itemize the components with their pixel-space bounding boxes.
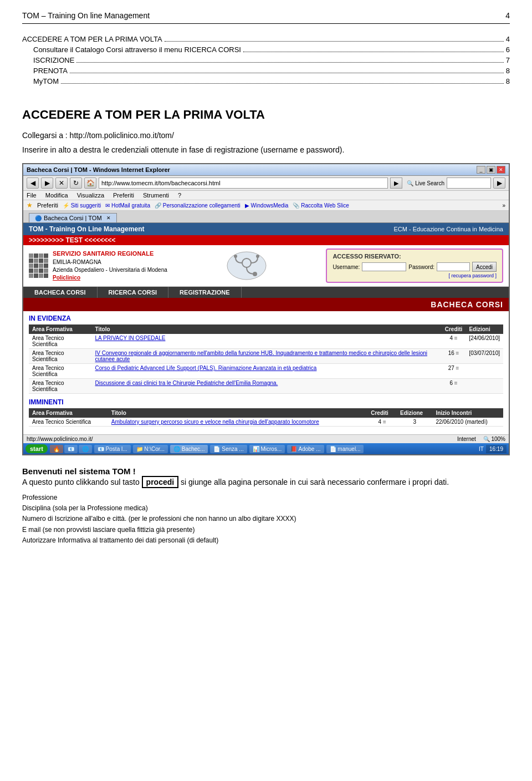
cell-crediti: 4 ≡	[442, 334, 466, 349]
section-heading: ACCEDERE A TOM PER LA PRIMA VOLTA	[22, 108, 510, 122]
table-header-row: Area Formativa Titolo Crediti Edizioni	[29, 324, 503, 334]
taskbar-right-area: IT 16:19	[479, 445, 507, 453]
col-titolo-imm: Titolo	[108, 408, 367, 418]
recover-password-link[interactable]: [ recupera password ]	[332, 273, 497, 278]
page-number: 4	[505, 11, 510, 20]
username-input[interactable]	[362, 262, 406, 271]
forward-button[interactable]: ▶	[41, 178, 53, 189]
close-button[interactable]: ✕	[497, 166, 505, 174]
cell-titolo: LA PRIVACY IN OSPEDALE	[92, 334, 442, 349]
nav-ricerca-corsi[interactable]: RICERCA CORSI	[98, 287, 169, 298]
taskbar-ncor[interactable]: 📁 N:\Cor...	[133, 445, 168, 453]
home-button[interactable]: 🏠	[84, 178, 96, 189]
corso-link[interactable]: LA PRIVACY IN OSPEDALE	[95, 335, 166, 341]
stop-button[interactable]: ✕	[55, 178, 68, 189]
menu-file[interactable]: File	[27, 192, 37, 199]
menu-preferiti[interactable]: Preferiti	[113, 192, 134, 199]
windows-taskbar: start 🔥 📧 🌐 📧 Posta l... 📁 N:\Cor... 🌐 B…	[23, 443, 509, 454]
table-row: Area Tecnico Scientifica Discussione di …	[29, 379, 503, 394]
refresh-button[interactable]: ↻	[70, 178, 82, 189]
col-titolo: Titolo	[92, 324, 442, 334]
cell-inizio-imm: 22/06/2010 (martedì)	[432, 418, 503, 427]
taskbar-bachec[interactable]: 🌐 Bachec...	[170, 445, 208, 453]
procedi-text2: si giunge alla pagina personale in cui s…	[181, 478, 449, 486]
taskbar-adobe[interactable]: 📕 Adobe ...	[287, 445, 324, 453]
corso-imm-link[interactable]: Ambulatory surgery percorso sicuro e vel…	[111, 419, 319, 425]
benvenuti-paragraph: Benvenuti nel sistema TOM ! A questo pun…	[22, 466, 510, 488]
corso-link[interactable]: Corso di Pediatric Advanced Life Support…	[95, 365, 317, 371]
hotmail-link[interactable]: ✉ HotMail gratuita	[105, 202, 150, 209]
chevron-right-icon[interactable]: »	[502, 202, 505, 209]
personalizzazione-link[interactable]: 🔗 Personalizzazione collegamenti	[155, 202, 241, 209]
in-evidenza-table: Area Formativa Titolo Crediti Edizioni A…	[29, 324, 503, 394]
restore-button[interactable]: ▣	[487, 166, 495, 174]
minimize-button[interactable]: _	[477, 166, 485, 174]
corso-link[interactable]: Discussione di casi clinici tra le Chiru…	[95, 380, 278, 386]
taskbar-posta[interactable]: 📧 Posta l...	[94, 445, 131, 453]
browser-screenshot: Bacheca Corsi | TOM - Windows Internet E…	[22, 163, 510, 455]
svg-point-2	[253, 272, 257, 276]
back-button[interactable]: ◀	[27, 178, 39, 189]
svg-point-0	[227, 252, 266, 280]
bottom-item: Autorizzare Informativa al trattamento d…	[22, 535, 510, 546]
menu-modifica[interactable]: Modifica	[45, 192, 68, 199]
tom-content-area: IN EVIDENZA Area Formativa Titolo Credit…	[23, 311, 509, 434]
bottom-item: Disciplina (sola per la Professione medi…	[22, 503, 510, 514]
tom-org-azienda: Azienda Ospedaliero - Universitaria di M…	[53, 266, 167, 274]
accedi-button[interactable]: Accedi	[472, 262, 497, 272]
menu-help[interactable]: ?	[178, 192, 181, 199]
tom-login-row: Username: Password: Accedi	[332, 262, 497, 272]
cell-edizione-imm: 3	[397, 418, 432, 427]
search-input[interactable]	[447, 178, 491, 189]
windowsmedia-link[interactable]: ▶ WindowsMedia	[245, 202, 289, 209]
taskbar-senza[interactable]: 📄 Senza ...	[210, 445, 247, 453]
cell-area: Area Tecnico Scientifica	[29, 349, 92, 364]
address-bar[interactable]	[99, 178, 388, 189]
menu-strumenti[interactable]: Strumenti	[143, 192, 169, 199]
taskbar-quick-launch: 🔥 📧 🌐	[50, 445, 92, 453]
go-button[interactable]: ▶	[390, 178, 402, 189]
tom-org-name: SERVIZIO SANITARIO REGIONALE	[53, 250, 167, 258]
tom-header-bar: TOM - Training On Line Management ECM - …	[23, 223, 509, 235]
col-area: Area Formativa	[29, 324, 92, 334]
tab-label: Bacheca Corsi | TOM	[44, 215, 102, 221]
procedi-button[interactable]: procedi	[142, 476, 179, 488]
toc-item-5: MyTOM 8	[22, 77, 510, 85]
bacheca-corsi-header: BACHECA CORSI	[23, 298, 509, 311]
corso-link[interactable]: IV Convegno regionale di aggiornamento n…	[95, 350, 428, 362]
nav-bacheca-corsi[interactable]: BACHECA CORSI	[23, 287, 98, 298]
search-button[interactable]: ▶	[493, 178, 505, 189]
status-right: Internet 🔍 100%	[457, 436, 505, 442]
taskbar-lang: IT	[479, 446, 484, 452]
nav-registrazione[interactable]: REGISTRAZIONE	[168, 287, 241, 298]
intro-line1: Collegarsi a : http://tom.policlinico.mo…	[22, 131, 510, 140]
tom-org-text: SERVIZIO SANITARIO REGIONALE EMILIA-ROMA…	[53, 250, 167, 281]
col-edizioni: Edizioni	[466, 324, 503, 334]
taskbar-icon-1[interactable]: 🔥	[50, 445, 63, 453]
tom-org-region: EMILIA-ROMAGNA	[53, 258, 167, 266]
col-crediti-imm: Crediti	[367, 408, 397, 418]
cell-titolo: Discussione di casi clinici tra le Chiru…	[92, 379, 442, 394]
password-input[interactable]	[437, 262, 470, 271]
window-controls[interactable]: _ ▣ ✕	[477, 166, 505, 174]
benvenuti-heading: Benvenuti nel sistema TOM !	[22, 466, 136, 476]
taskbar-manuel[interactable]: 📄 manuel...	[326, 445, 364, 453]
toc-item-4: PRENOTA 8	[22, 67, 510, 75]
taskbar-icon-2[interactable]: 📧	[64, 445, 78, 453]
tom-login-area: ACCESSO RISERVATO: Username: Password: A…	[326, 248, 503, 283]
tom-site-title: TOM - Training On Line Management	[29, 225, 144, 233]
password-label: Password:	[408, 264, 434, 270]
logo-grid	[29, 253, 48, 278]
taskbar-icon-3[interactable]: 🌐	[79, 445, 92, 453]
tab-close-icon[interactable]: ✕	[106, 215, 111, 221]
document-header: TOM – Training On line Management 4	[22, 11, 510, 24]
tom-test-bar: >>>>>>>>> TEST <<<<<<<<	[23, 235, 509, 245]
svg-point-3	[234, 255, 237, 258]
menu-visualizza[interactable]: Visualizza	[77, 192, 104, 199]
favorites-bar: ★ Preferiti ⚡ Siti suggeriti ✉ HotMail g…	[23, 200, 509, 211]
taskbar-micros[interactable]: 📊 Micros...	[249, 445, 285, 453]
siti-suggeriti-link[interactable]: ⚡ Siti suggeriti	[63, 202, 101, 209]
active-tab[interactable]: 🔵 Bacheca Corsi | TOM ✕	[29, 213, 117, 222]
start-button[interactable]: start	[25, 444, 48, 453]
raccolta-link[interactable]: 📎 Raccolta Web Slice	[293, 202, 349, 209]
